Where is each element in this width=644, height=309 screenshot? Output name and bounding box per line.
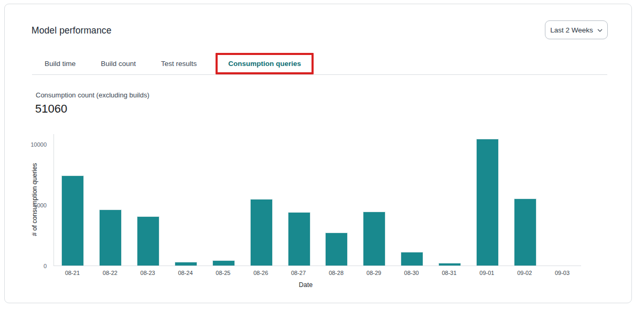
bar-08-29[interactable]: [363, 212, 385, 266]
bar-08-21[interactable]: [61, 175, 84, 266]
model-performance-card: Model performance Last 2 Weeks Build tim…: [4, 4, 632, 303]
bar-08-27[interactable]: [288, 212, 310, 266]
x-tick-label: 08-29: [355, 269, 393, 277]
x-tick-label: 08-23: [129, 269, 167, 277]
y-axis-ticks: 0500010000: [5, 134, 51, 266]
x-tick-label: 08-22: [91, 269, 129, 277]
consumption-queries-chart: # of consumption queries 0500010000 08-2…: [5, 4, 631, 303]
bar-08-24[interactable]: [175, 262, 197, 266]
x-tick-label: 08-24: [167, 269, 205, 277]
bar-09-01[interactable]: [476, 139, 499, 266]
bar-08-22[interactable]: [99, 209, 122, 266]
bar-08-23[interactable]: [137, 216, 159, 266]
x-tick-label: 08-27: [280, 269, 317, 277]
bar-09-02[interactable]: [514, 198, 536, 266]
x-tick-label: 08-25: [204, 269, 242, 277]
x-axis-title: Date: [53, 281, 558, 289]
y-tick-label: 5000: [34, 202, 47, 209]
x-axis-ticks: 08-2108-2208-2308-2408-2508-2608-2708-28…: [53, 269, 581, 277]
x-tick-label: 08-21: [53, 269, 91, 277]
x-tick-label: 08-28: [317, 269, 355, 277]
x-tick-label: 08-30: [393, 269, 431, 277]
x-tick-label: 09-02: [506, 269, 543, 277]
bar-08-30[interactable]: [401, 252, 423, 266]
y-tick-label: 10000: [30, 141, 47, 148]
x-tick-label: 09-03: [543, 269, 581, 277]
plot-area: [53, 134, 581, 266]
y-tick-label: 0: [44, 262, 47, 270]
bar-08-28[interactable]: [325, 233, 348, 266]
x-tick-label: 08-31: [431, 269, 468, 277]
bar-08-26[interactable]: [250, 199, 273, 266]
x-tick-label: 08-26: [242, 269, 280, 277]
x-tick-label: 09-01: [468, 269, 506, 277]
bar-08-31[interactable]: [438, 263, 461, 266]
bar-08-25[interactable]: [212, 260, 235, 266]
